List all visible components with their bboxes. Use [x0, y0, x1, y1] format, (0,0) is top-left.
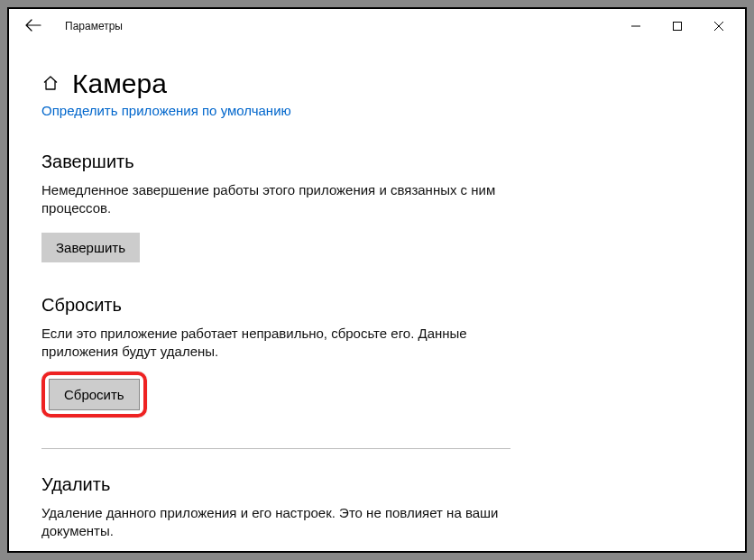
reset-title: Сбросить — [41, 295, 510, 316]
window-title: Параметры — [65, 20, 123, 32]
titlebar: Параметры — [9, 9, 745, 43]
home-icon[interactable] — [41, 74, 60, 95]
section-terminate: Завершить Немедленное завершение работы … — [41, 151, 510, 262]
svg-rect-1 — [674, 23, 682, 31]
section-divider — [41, 448, 510, 449]
reset-highlight: Сбросить — [41, 372, 147, 418]
page-header: Камера — [41, 69, 713, 99]
window-controls — [615, 13, 740, 40]
terminate-button[interactable]: Завершить — [41, 233, 140, 262]
uninstall-desc: Удаление данного приложения и его настро… — [41, 504, 510, 541]
settings-window: Параметры Камера Определ — [7, 7, 747, 553]
page-title: Камера — [72, 69, 167, 99]
back-button[interactable] — [22, 14, 45, 38]
reset-button[interactable]: Сбросить — [49, 379, 140, 410]
uninstall-title: Удалить — [41, 474, 510, 495]
reset-desc: Если это приложение работает неправильно… — [41, 325, 510, 362]
terminate-title: Завершить — [41, 151, 510, 172]
minimize-button[interactable] — [615, 13, 657, 40]
section-uninstall: Удалить Удаление данного приложения и ег… — [41, 474, 510, 553]
default-apps-link[interactable]: Определить приложения по умолчанию — [41, 103, 291, 118]
close-button[interactable] — [698, 13, 740, 40]
terminate-desc: Немедленное завершение работы этого прил… — [41, 181, 510, 218]
section-reset: Сбросить Если это приложение работает не… — [41, 295, 510, 418]
maximize-button[interactable] — [657, 13, 698, 40]
